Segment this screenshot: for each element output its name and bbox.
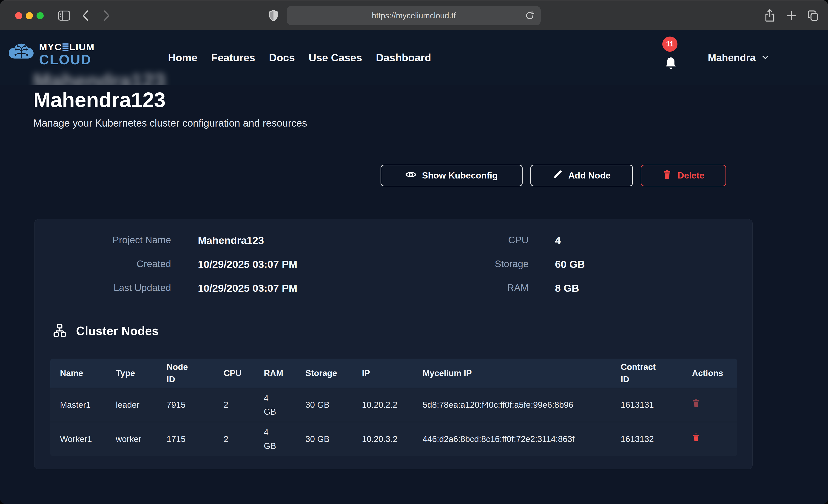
nav-link-use-cases[interactable]: Use Cases [308,51,362,64]
network-icon [53,323,67,338]
add-node-label: Add Node [568,170,611,180]
cell-ram: 4 GB [254,422,296,456]
col-header-actions: Actions [682,359,737,388]
new-tab-icon[interactable] [782,0,801,31]
stylized-e-icon [63,43,69,51]
page-subtitle: Manage your Kubernetes cluster configura… [33,117,307,129]
delete-label: Delete [677,170,704,180]
user-menu[interactable]: Mahendra [708,30,770,85]
eye-icon [405,169,416,182]
col-header-type: Type [106,359,157,388]
cell-storage: 30 GB [296,422,352,456]
col-header-cpu: CPU [214,359,254,388]
info-label: Created [35,258,171,269]
page-title: Mahendra123 [33,90,165,110]
cell-actions [682,422,737,456]
delete-cluster-button[interactable]: Delete [641,165,726,186]
bell-icon [664,56,678,72]
show-kubeconfig-button[interactable]: Show Kubeconfig [380,165,523,186]
delete-node-button[interactable] [692,398,700,409]
forward-button[interactable] [98,0,115,31]
info-value: 8 GB [555,282,579,294]
cell-ip: 10.20.3.2 [352,422,413,456]
nav-link-home[interactable]: Home [168,51,197,64]
address-bar[interactable]: https://myceliumcloud.tf [287,6,541,25]
delete-node-button[interactable] [692,433,700,443]
add-node-button[interactable]: Add Node [530,165,633,186]
col-header-ram: RAM [254,359,296,388]
brand-wordmark: MYCLIUM CLOUD [39,42,95,67]
cell-cpu: 2 [214,388,254,422]
nav-links: Home Features Docs Use Cases Dashboard [168,30,431,85]
col-header-storage: Storage [296,359,352,388]
back-button[interactable] [78,0,94,31]
cell-storage: 30 GB [296,388,352,422]
info-value: 10/29/2025 03:07 PM [198,258,297,270]
info-label: CPU [425,235,529,246]
minimize-window-button[interactable] [26,12,33,19]
brand-logo[interactable]: MYCLIUM CLOUD [8,42,95,67]
browser-toolbar: https://myceliumcloud.tf [0,0,828,30]
info-value: 10/29/2025 03:07 PM [198,282,297,294]
section-title: Cluster Nodes [76,324,159,338]
col-header-mycelium-ip: Mycelium IP [413,359,611,388]
col-header-name: Name [50,359,106,388]
table-row: Worker1 worker 1715 2 4 GB 30 GB 10.20.3… [50,422,737,456]
cell-mycelium-ip: 5d8:78ea:a120:f40c:ff0f:a5fe:99e6:8b96 [413,388,611,422]
info-value: Mahendra123 [198,235,264,247]
cell-node-id: 7915 [157,388,214,422]
notifications-button[interactable]: 11 [662,42,690,77]
col-header-node-id: Node ID [157,359,214,388]
info-label: Storage [425,258,529,269]
nav-link-dashboard[interactable]: Dashboard [376,51,431,64]
cell-contract-id: 1613131 [611,388,682,422]
share-icon[interactable] [761,0,779,31]
info-value: 4 [555,235,561,247]
nav-link-features[interactable]: Features [211,51,255,64]
chevron-down-icon [761,53,770,63]
info-label: RAM [425,282,529,293]
page-viewport: Mahendra123 Manage your Kubernetes clust… [0,30,828,504]
cell-ip: 10.20.2.2 [352,388,413,422]
cluster-actions: Show Kubeconfig Add Node Delete [380,165,726,186]
sidebar-toggle-icon[interactable] [56,0,72,31]
privacy-shield-icon[interactable] [264,0,283,31]
col-header-ip: IP [352,359,413,388]
nav-link-docs[interactable]: Docs [269,51,295,64]
cell-name: Worker1 [50,422,106,456]
browser-window: https://myceliumcloud.tf Mahendra123 Man… [0,0,828,504]
mycelium-cloud-logo-icon [8,42,35,67]
cluster-nodes-table: Name Type Node ID CPU RAM Storage IP Myc… [50,359,737,456]
trash-icon [662,169,672,182]
cell-node-id: 1715 [157,422,214,456]
notification-count-badge: 11 [662,37,677,52]
cell-name: Master1 [50,388,106,422]
address-bar-url: https://myceliumcloud.tf [372,11,456,20]
cluster-nodes-heading: Cluster Nodes [53,323,159,338]
cell-cpu: 2 [214,422,254,456]
blurred-page-title: Mahendra123 [33,69,165,85]
cell-type: leader [106,388,157,422]
cell-mycelium-ip: 446:d2a6:8bcd:8c16:ff0f:72e2:3114:863f [413,422,611,456]
cell-ram: 4 GB [254,388,296,422]
cell-type: worker [106,422,157,456]
zoom-window-button[interactable] [37,12,44,19]
info-value: 60 GB [555,258,585,270]
table-header-row: Name Type Node ID CPU RAM Storage IP Myc… [50,359,737,388]
site-navbar: Mahendra123 MYCLIUM CLOU [0,30,828,85]
col-header-contract-id: Contract ID [611,359,682,388]
reload-icon[interactable] [525,10,535,21]
info-label: Last Updated [35,282,171,293]
show-kubeconfig-label: Show Kubeconfig [422,170,498,180]
info-label: Project Name [35,235,171,246]
cluster-details-panel: Project Name Mahendra123 Created 10/29/2… [34,219,753,469]
tab-overview-icon[interactable] [803,0,823,31]
cell-contract-id: 1613132 [611,422,682,456]
close-window-button[interactable] [15,12,22,19]
table-row: Master1 leader 7915 2 4 GB 30 GB 10.20.2… [50,388,737,422]
user-name: Mahendra [708,52,756,64]
cell-actions [682,388,737,422]
pencil-icon [553,170,563,182]
